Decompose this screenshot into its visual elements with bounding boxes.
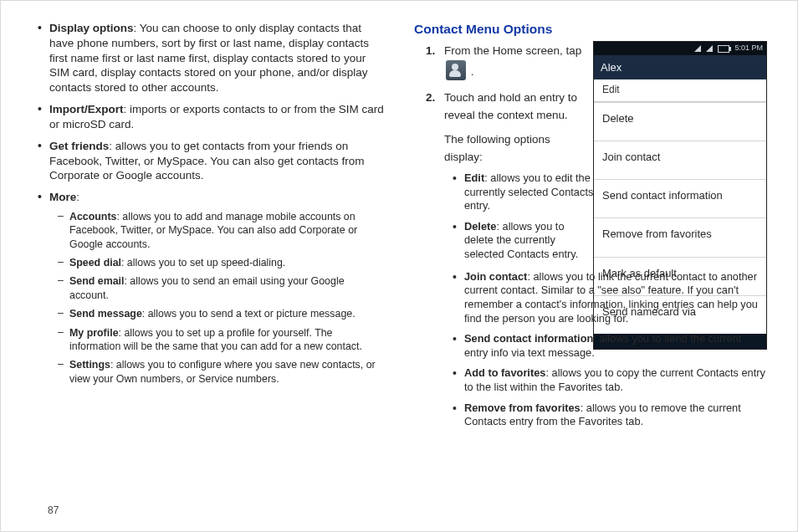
- signal-icon: [706, 45, 713, 52]
- menu-item-delete[interactable]: Delete: [594, 102, 766, 141]
- term: Edit: [464, 171, 484, 184]
- desc: : allows you to configure where you save…: [69, 359, 376, 384]
- option-import-export: Import/Export: imports or exports contac…: [38, 102, 384, 132]
- term: Get friends: [49, 140, 109, 152]
- term: More: [49, 191, 76, 203]
- term: My profile: [69, 327, 119, 339]
- option-display: Display options: You can choose to only …: [38, 21, 384, 95]
- context-menu-title: Alex: [594, 55, 766, 79]
- step-2-follow-a: The following options: [444, 131, 594, 149]
- steps-wrap: From the Home screen, tap . Touch and ho…: [414, 43, 594, 261]
- signal-icon: [694, 45, 701, 52]
- step-2-text: Touch and hold an entry to reveal the co…: [444, 91, 577, 121]
- two-column-layout: Display options: You can choose to only …: [31, 21, 767, 501]
- menu-item-join-contact[interactable]: Join contact: [594, 141, 766, 179]
- term: Remove from favorites: [464, 402, 581, 414]
- left-column: Display options: You can choose to only …: [31, 21, 384, 501]
- ctx-edit: Edit: allows you to edit the currently s…: [453, 171, 594, 213]
- options-list: Display options: You can choose to only …: [31, 21, 384, 386]
- option-more: More: Accounts: allows you to add and ma…: [38, 190, 384, 386]
- battery-icon: [718, 45, 729, 53]
- menu-item-remove-favorites[interactable]: Remove from favorites: [594, 217, 766, 256]
- desc: :: [76, 191, 79, 203]
- right-column: Contact Menu Options 5:01 PM Alex Edit D…: [414, 21, 767, 501]
- term: Display options: [49, 22, 134, 34]
- menu-item-send-contact-info[interactable]: Send contact information: [594, 179, 766, 217]
- document-page: Display options: You can choose to only …: [0, 0, 798, 532]
- section-heading: Contact Menu Options: [414, 21, 767, 38]
- desc: : allows you to send a text or picture m…: [142, 308, 356, 320]
- menu-item-edit[interactable]: Edit: [594, 79, 766, 102]
- step-1: From the Home screen, tap .: [426, 43, 594, 81]
- step-2: Touch and hold an entry to reveal the co…: [426, 90, 594, 261]
- ctx-delete: Delete: allows you to delete the current…: [453, 220, 594, 262]
- steps-list: From the Home screen, tap . Touch and ho…: [414, 43, 594, 261]
- sub-accounts: Accounts: allows you to add and manage m…: [58, 210, 384, 251]
- context-options-wide: Join contact: allows you to link the cur…: [414, 270, 767, 429]
- sub-my-profile: My profile: allows you to set up a profi…: [58, 326, 384, 354]
- term: Import/Export: [49, 103, 124, 115]
- desc: : allows you to edit the currently selec…: [464, 171, 593, 212]
- step-1-post: .: [471, 65, 474, 78]
- sub-settings: Settings: allows you to configure where …: [58, 358, 384, 386]
- term: Join contact: [464, 270, 527, 283]
- phone-status-bar: 5:01 PM: [594, 42, 766, 55]
- status-time: 5:01 PM: [734, 43, 763, 54]
- sub-send-message: Send message: allows you to send a text …: [58, 307, 384, 320]
- step-1-pre: From the Home screen, tap: [444, 44, 581, 57]
- term: Add to favorites: [464, 366, 545, 379]
- context-options-narrow: Edit: allows you to edit the currently s…: [444, 171, 594, 262]
- ctx-remove-favorites: Remove from favorites: allows you to rem…: [453, 402, 767, 429]
- ctx-join-contact: Join contact: allows you to link the cur…: [453, 270, 767, 326]
- term: Delete: [464, 220, 496, 233]
- term: Send contact information: [464, 332, 593, 345]
- step-2-follow-b: display:: [444, 149, 594, 166]
- sub-send-email: Send email: allows you to send an email …: [58, 274, 384, 302]
- sub-speed-dial: Speed dial: allows you to set up speed-d…: [58, 256, 384, 269]
- term: Send email: [69, 275, 124, 287]
- contacts-app-icon: [446, 60, 466, 80]
- ctx-add-favorites: Add to favorites: allows you to copy the…: [453, 366, 767, 394]
- term: Accounts: [69, 211, 116, 223]
- ctx-send-contact-info: Send contact information: allows you to …: [453, 332, 767, 360]
- term: Settings: [69, 359, 110, 371]
- option-get-friends: Get friends: allows you to get contacts …: [38, 139, 384, 183]
- desc: : allows you to set up speed-dialing.: [121, 257, 285, 269]
- term: Send message: [69, 308, 142, 320]
- more-sublist: Accounts: allows you to add and manage m…: [49, 210, 384, 386]
- term: Speed dial: [69, 257, 121, 269]
- page-number: 87: [31, 504, 767, 516]
